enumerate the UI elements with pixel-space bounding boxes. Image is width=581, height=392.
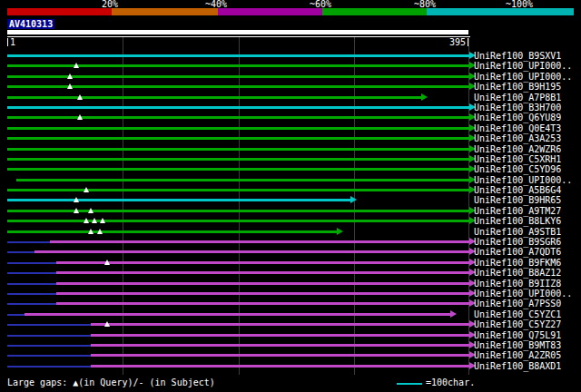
hit-bar[interactable] bbox=[91, 334, 470, 337]
alignment-track bbox=[7, 51, 470, 61]
alignment-row: UniRef100_B8AZ12 bbox=[0, 268, 581, 278]
legend-label: ~80% bbox=[414, 0, 436, 8]
legend-label: ~40% bbox=[205, 0, 227, 8]
alignment-track bbox=[7, 72, 470, 82]
hit-bar[interactable] bbox=[50, 240, 470, 243]
hit-bar[interactable] bbox=[7, 75, 470, 78]
alignment-row: UniRef100_C5YZC1 bbox=[0, 309, 581, 319]
hit-label[interactable]: UniRef100_B9IIZ8 bbox=[474, 279, 561, 289]
hit-label[interactable]: UniRef100_B9SXV1 bbox=[474, 51, 561, 61]
gap-marker-icon bbox=[77, 114, 83, 120]
hit-label[interactable]: UniRef100_B8LKY6 bbox=[474, 216, 561, 226]
hit-label[interactable]: UniRef100_C5XRH1 bbox=[474, 154, 561, 164]
hit-label[interactable]: UniRef100_B9HR65 bbox=[474, 195, 561, 205]
alignment-track bbox=[7, 154, 470, 164]
hit-label[interactable]: UniRef100_A7PSS0 bbox=[474, 299, 561, 309]
hit-label[interactable]: UniRef100_A7P8B1 bbox=[474, 93, 561, 103]
alignment-row: UniRef100_B9H195 bbox=[0, 82, 581, 92]
alignment-row: UniRef100_B9SXV1 bbox=[0, 51, 581, 61]
hit-label[interactable]: UniRef100_B9MT83 bbox=[474, 340, 561, 350]
hit-label[interactable]: UniRef100_B9FKM6 bbox=[474, 258, 561, 268]
hit-label[interactable]: UniRef100_A9STB1 bbox=[474, 227, 561, 237]
alignment-track bbox=[7, 185, 470, 195]
hit-label[interactable]: UniRef100_UPI000.. bbox=[474, 72, 572, 82]
hit-bar[interactable] bbox=[7, 137, 470, 140]
hit-label[interactable]: UniRef100_B8AZ12 bbox=[474, 268, 561, 278]
alignment-track bbox=[7, 268, 470, 278]
hit-label[interactable]: UniRef100_A7QDT6 bbox=[474, 247, 561, 257]
low-score-segment bbox=[7, 272, 56, 274]
hit-bar[interactable] bbox=[7, 96, 422, 99]
hit-label[interactable]: UniRef100_A3A253 bbox=[474, 133, 561, 143]
alignment-row: UniRef100_B9SGR6 bbox=[0, 237, 581, 247]
gap-marker-icon bbox=[84, 218, 89, 223]
hit-label[interactable]: UniRef100_B8AXD1 bbox=[474, 361, 561, 371]
query-bar bbox=[7, 30, 468, 34]
alignment-row: UniRef100_B9IIZ8 bbox=[0, 279, 581, 289]
gap-marker-icon bbox=[104, 260, 110, 265]
scale-label: =100char. bbox=[426, 377, 475, 387]
hit-bar[interactable] bbox=[56, 271, 470, 274]
alignment-row: UniRef100_A7PSS0 bbox=[0, 299, 581, 309]
hit-label[interactable]: UniRef100_Q0E4T3 bbox=[474, 123, 561, 133]
hit-label[interactable]: UniRef100_Q75L91 bbox=[474, 330, 561, 340]
hit-label[interactable]: UniRef100_A2ZR05 bbox=[474, 350, 561, 360]
gap-marker-icon bbox=[100, 218, 105, 223]
legend-segment bbox=[7, 8, 112, 15]
alignment-track bbox=[7, 93, 470, 103]
hit-label[interactable]: UniRef100_A9TM27 bbox=[474, 206, 561, 216]
hit-bar[interactable] bbox=[7, 230, 338, 233]
hit-bar[interactable] bbox=[7, 54, 470, 57]
hit-bar[interactable] bbox=[56, 261, 470, 264]
hit-label[interactable]: UniRef100_A5B6G4 bbox=[474, 185, 561, 195]
alignment-track bbox=[7, 82, 470, 92]
hit-bar[interactable] bbox=[7, 106, 470, 109]
hit-bar[interactable] bbox=[7, 148, 470, 151]
alignment-rows: UniRef100_B9SXV1UniRef100_UPI000..UniRef… bbox=[0, 51, 581, 371]
hit-bar[interactable] bbox=[7, 168, 470, 171]
low-score-segment bbox=[7, 262, 56, 264]
hit-bar[interactable] bbox=[56, 292, 470, 295]
hit-bar[interactable] bbox=[91, 344, 470, 347]
gap-marker-icon bbox=[84, 187, 89, 192]
hit-bar[interactable] bbox=[56, 282, 470, 285]
hit-bar[interactable] bbox=[7, 158, 470, 161]
hit-bar[interactable] bbox=[7, 127, 470, 130]
hit-label[interactable]: UniRef100_C5YZ27 bbox=[474, 319, 561, 329]
alignment-track bbox=[7, 195, 470, 205]
hit-bar[interactable] bbox=[7, 85, 470, 88]
hit-bar[interactable] bbox=[91, 323, 470, 326]
low-score-segment bbox=[7, 283, 56, 285]
hit-label[interactable]: UniRef100_B9H195 bbox=[474, 82, 561, 92]
hit-bar[interactable] bbox=[34, 250, 470, 253]
hit-bar[interactable] bbox=[91, 365, 470, 368]
alignment-row: UniRef100_Q75L91 bbox=[0, 330, 581, 340]
scale-line-icon bbox=[397, 383, 422, 385]
hit-label[interactable]: UniRef100_A2WZR6 bbox=[474, 144, 561, 154]
hit-label[interactable]: UniRef100_B9SGR6 bbox=[474, 237, 561, 247]
low-score-segment bbox=[7, 324, 91, 326]
hit-bar[interactable] bbox=[25, 313, 451, 316]
hit-label[interactable]: UniRef100_C5YD96 bbox=[474, 164, 561, 174]
gap-marker-icon bbox=[74, 197, 79, 202]
alignment-row: UniRef100_B9MT83 bbox=[0, 340, 581, 350]
alignment-row: UniRef100_Q0E4T3 bbox=[0, 123, 581, 133]
hit-label[interactable]: UniRef100_Q6YU89 bbox=[474, 113, 561, 122]
alignment-row: UniRef100_B3H700 bbox=[0, 103, 581, 113]
hit-bar[interactable] bbox=[7, 199, 351, 201]
alignment-track bbox=[7, 361, 470, 371]
hit-bar[interactable] bbox=[7, 220, 470, 222]
alignment-track bbox=[7, 319, 470, 329]
hit-bar[interactable] bbox=[56, 302, 470, 305]
gap-marker-icon bbox=[67, 74, 73, 79]
alignment-track bbox=[7, 258, 470, 268]
hit-label[interactable]: UniRef100_C5YZC1 bbox=[474, 309, 561, 319]
hit-bar[interactable] bbox=[91, 354, 470, 357]
hit-label[interactable]: UniRef100_UPI000.. bbox=[474, 61, 572, 71]
hit-bar[interactable] bbox=[16, 179, 470, 181]
hit-label[interactable]: UniRef100_UPI000.. bbox=[474, 289, 572, 299]
hit-label[interactable]: UniRef100_UPI000.. bbox=[474, 175, 572, 185]
hit-label[interactable]: UniRef100_B3H700 bbox=[474, 103, 561, 113]
arrowhead-icon bbox=[337, 228, 343, 235]
hit-bar[interactable] bbox=[7, 189, 470, 191]
